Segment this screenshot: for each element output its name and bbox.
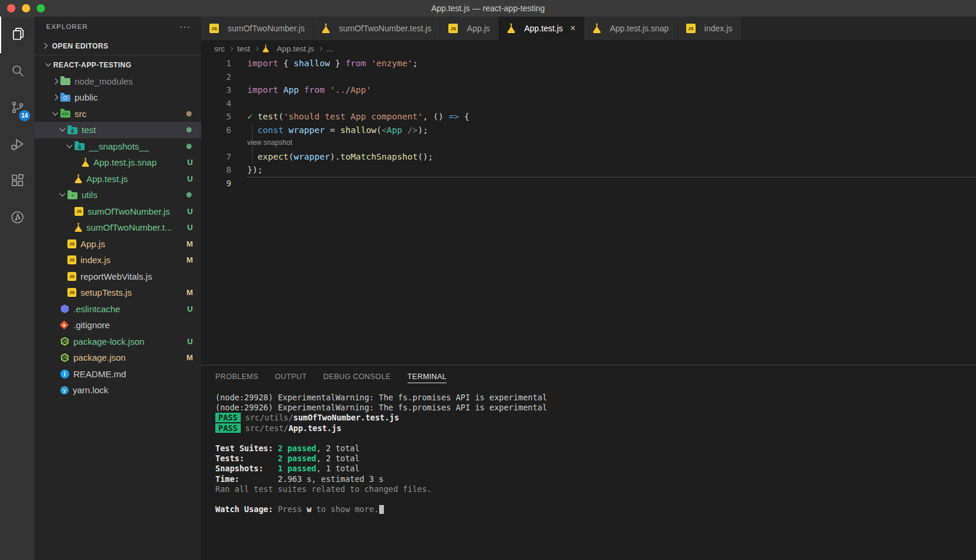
code-editor[interactable]: 1import { shallow } from 'enzyme';23impo… — [201, 57, 976, 365]
view-snapshot-codelens[interactable]: view snapshot — [247, 138, 292, 147]
terminal-line: (node:29926) ExperimentalWarning: The fs… — [215, 403, 976, 413]
tree-item-gitignore[interactable]: .gitignore — [34, 317, 201, 334]
tree-item-label: __snapshots__ — [89, 141, 149, 151]
terminal-line: Test Suites: 2 passed, 2 total — [215, 444, 976, 454]
tree-item-react-app-testing[interactable]: REACT-APP-TESTING — [34, 57, 201, 73]
code-token: 'enzyme' — [371, 59, 413, 68]
more-actions-icon[interactable]: ··· — [180, 24, 190, 30]
tab-index-js[interactable]: JSindex.js — [678, 17, 741, 40]
code-token: (); — [418, 152, 433, 161]
breadcrumb-app-test-js[interactable]: App.test.js — [263, 44, 314, 53]
activity-remote-button[interactable] — [0, 200, 34, 237]
code-token: toMatchSnapshot — [340, 152, 418, 161]
terminal-text: 2 passed — [278, 444, 316, 453]
tree-item-label: setupTests.js — [80, 287, 132, 297]
chevron-down-icon — [59, 191, 65, 197]
terminal-text: 1 passed — [278, 464, 316, 473]
activity-extensions-button[interactable] — [0, 163, 34, 200]
terminal-line: Ran all test suites related to changed f… — [215, 484, 976, 494]
tab-app-js[interactable]: JSApp.js — [440, 17, 499, 40]
tree-item-test[interactable]: test — [34, 122, 201, 138]
code-token: { — [283, 59, 293, 68]
line-number: 1 — [201, 57, 247, 70]
tree-item-eslintcache[interactable]: .eslintcacheU — [34, 301, 201, 318]
flask-icon — [82, 158, 89, 167]
tree-item-package-json[interactable]: JSpackage.jsonM — [34, 349, 201, 366]
tab-app-test-js-snap[interactable]: App.test.js.snap — [584, 17, 678, 40]
breadcrumb-test[interactable]: test — [237, 44, 250, 53]
tree-item-label: App.js — [80, 239, 105, 249]
tree-item-reportwebvitals-js[interactable]: JSreportWebVitals.js — [34, 268, 201, 285]
window-controls — [7, 4, 45, 12]
run-debug-icon — [9, 136, 25, 154]
close-window-button[interactable] — [7, 4, 15, 12]
tree-item-sumoftwonumber-js[interactable]: JSsumOfTwoNumber.jsU — [34, 203, 201, 220]
tree-item-index-js[interactable]: JSindex.jsM — [34, 252, 201, 268]
panel-tab-debug-console[interactable]: DEBUG CONSOLE — [323, 371, 390, 383]
terminal-text: 2 passed — [278, 454, 316, 463]
scm-changes-badge: 14 — [19, 110, 30, 121]
tree-item-app-js[interactable]: JSApp.jsM — [34, 236, 201, 253]
terminal-output[interactable]: (node:29928) ExperimentalWarning: The fs… — [201, 388, 976, 560]
terminal-line: Watch Usage: Press w to show more. — [215, 504, 976, 514]
activity-bar: 14 — [0, 17, 34, 560]
tree-item-readme-md[interactable]: iREADME.md — [34, 366, 201, 383]
zoom-window-button[interactable] — [37, 4, 45, 12]
js-icon: JS — [209, 24, 219, 33]
panel-tab-terminal[interactable]: TERMINAL — [408, 371, 447, 383]
breadcrumb-[interactable]: ... — [327, 44, 333, 53]
terminal-text: Time: — [215, 474, 278, 484]
pass-badge: PASS — [215, 413, 241, 422]
search-icon — [9, 63, 25, 81]
tree-item-src[interactable]: </>src — [34, 106, 201, 122]
code-line: 5✓ test('should test App component', () … — [201, 110, 976, 124]
minimize-window-button[interactable] — [22, 4, 30, 12]
codelens-row: view snapshot — [201, 137, 976, 150]
tree-item-package-lock-json[interactable]: JSpackage-lock.jsonU — [34, 334, 201, 350]
tab-sumoftwonumber-js[interactable]: JSsumOfTwoNumber.js — [201, 17, 314, 40]
tree-item-app-test-js-snap[interactable]: App.test.js.snapU — [34, 154, 201, 171]
activity-run-debug-button[interactable] — [0, 127, 34, 163]
tab-app-test-js[interactable]: App.test.js× — [499, 17, 584, 40]
sidebar-header: EXPLORER ··· — [34, 17, 201, 37]
chevron-down-icon — [59, 126, 65, 132]
git-status-dot — [186, 144, 192, 149]
git-status-badge: U — [188, 158, 193, 167]
close-tab-icon[interactable]: × — [570, 24, 576, 33]
open-editors-label: OPEN EDITORS — [52, 42, 108, 50]
panel-tab-output[interactable]: OUTPUT — [275, 371, 307, 383]
open-editors-section[interactable]: OPEN EDITORS — [34, 37, 201, 56]
flask-icon — [75, 223, 82, 232]
tree-item-label: utils — [82, 190, 98, 200]
activity-explorer-button[interactable] — [0, 17, 34, 53]
tree-item-node-modules[interactable]: node_modules — [34, 73, 201, 90]
panel-tab-problems[interactable]: PROBLEMS — [215, 371, 258, 383]
breadcrumb-label: test — [237, 44, 250, 53]
tree-item-app-test-js[interactable]: App.test.jsU — [34, 171, 201, 187]
code-token: } — [330, 59, 345, 68]
tab-sumoftwonumber-test-js[interactable]: sumOfTwoNumber.test.js — [314, 17, 440, 40]
flask-icon — [507, 24, 515, 33]
tab-label: index.js — [704, 24, 732, 33]
tree-item-yarn-lock[interactable]: yyarn.lock — [34, 382, 201, 399]
tree-item-label: sumOfTwoNumber.t... — [86, 222, 172, 232]
tree-item-setuptests-js[interactable]: JSsetupTests.jsM — [34, 284, 201, 301]
code-token: => — [448, 112, 458, 121]
line-number: 3 — [201, 83, 247, 97]
tree-item-utils[interactable]: +utils — [34, 187, 201, 203]
code-token: ; — [412, 59, 418, 68]
tree-item-public[interactable]: public — [34, 89, 201, 106]
folder-node-icon — [60, 78, 70, 85]
git-status-dot — [186, 127, 192, 132]
terminal-text: Ran all test suites related to changed f… — [215, 484, 432, 494]
tree-item-sumoftwonumber-t[interactable]: sumOfTwoNumber.t...U — [34, 219, 201, 236]
activity-source-control-button[interactable]: 14 — [0, 90, 34, 127]
info-icon: i — [60, 370, 69, 378]
breadcrumb-src[interactable]: src — [214, 44, 225, 53]
tree-item-snapshots[interactable]: __snapshots__ — [34, 138, 201, 155]
activity-search-button[interactable] — [0, 53, 34, 90]
test-pass-check-icon: ✓ — [247, 112, 257, 121]
code-line-content: import App from '../App' — [247, 83, 371, 97]
code-token: /> — [402, 125, 418, 135]
git-status-badge: U — [188, 305, 193, 313]
